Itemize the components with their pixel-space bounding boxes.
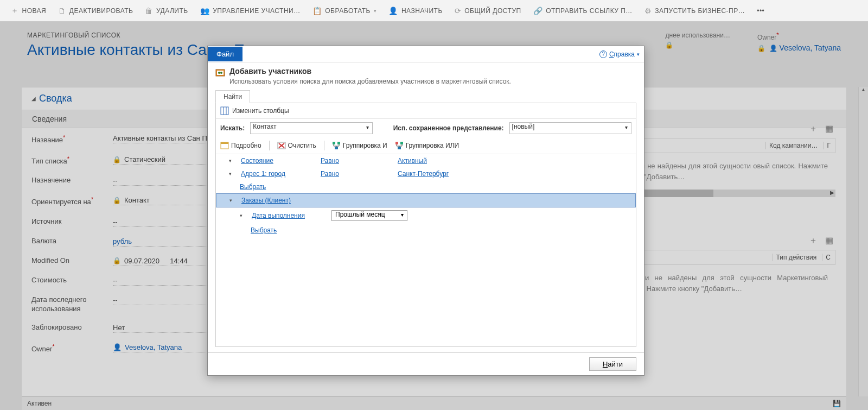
label: ЗАПУСТИТЬ БИЗНЕС-ПР… <box>655 7 745 15</box>
label: НОВАЯ <box>22 7 47 15</box>
share-button[interactable]: ⟳ОБЩИЙ ДОСТУП <box>449 0 527 22</box>
chevron-down-icon[interactable]: ▾ <box>229 158 234 163</box>
help-link[interactable]: ? ССправкаправка ▾ <box>599 51 640 58</box>
chevron-down-icon[interactable]: ▾ <box>240 213 245 218</box>
group-and-icon <box>332 141 341 150</box>
label: ОТПРАВИТЬ ССЫЛКУ П… <box>546 7 633 15</box>
svg-point-2 <box>218 72 220 74</box>
members-icon: 👥 <box>200 7 210 15</box>
tab-find[interactable]: Найти <box>215 90 250 103</box>
add-members-dialog: Файл ? ССправкаправка ▾ Добавить участни… <box>207 46 644 376</box>
assign-icon: 👤 <box>388 7 398 15</box>
dialog-tabs: Найти <box>208 90 644 103</box>
group-and-button[interactable]: Группировка И <box>332 141 387 150</box>
deactivate-button[interactable]: 🗋ДЕАКТИВИРОВАТЬ <box>53 0 138 22</box>
select-link[interactable]: Выбрать <box>251 226 277 234</box>
group-or-icon <box>395 141 404 150</box>
dialog-title: Добавить участников <box>229 67 511 75</box>
help-icon: ? <box>599 51 607 58</box>
clear-button[interactable]: Очистить <box>277 141 316 150</box>
dialog-subtitle: Использовать условия поиска для поиска д… <box>229 78 511 85</box>
filter-field[interactable]: Заказы (Клиент) <box>241 197 291 204</box>
chevron-down-icon: ▾ <box>374 8 377 14</box>
svg-rect-14 <box>335 147 338 149</box>
more-button[interactable]: ••• <box>751 0 770 22</box>
svg-rect-8 <box>221 142 228 144</box>
link-icon: 🔗 <box>533 7 543 15</box>
details-icon <box>220 141 229 150</box>
chevron-down-icon[interactable]: ▾ <box>229 171 234 176</box>
filter-field[interactable]: Дата выполнения <box>252 212 325 219</box>
dialog-footer: Найти Найти <box>208 352 644 375</box>
columns-icon <box>220 106 229 115</box>
chevron-down-icon[interactable]: ▾ <box>229 198 235 203</box>
label: УДАЛИТЬ <box>156 7 188 15</box>
delete-button[interactable]: 🗑УДАЛИТЬ <box>139 0 193 22</box>
change-columns-row[interactable]: Изменить столбцы <box>216 103 636 119</box>
label: ОБРАБОТАТЬ <box>325 7 371 15</box>
search-for-label: Искать: <box>220 124 245 132</box>
clear-icon <box>277 141 286 150</box>
plus-icon: ＋ <box>11 6 19 16</box>
label: Изменить столбцы <box>232 107 289 115</box>
filter-operator[interactable]: Равно <box>321 157 391 165</box>
deactivate-icon: 🗋 <box>58 7 66 15</box>
run-process-button[interactable]: ⚙ЗАПУСТИТЬ БИЗНЕС-ПР… <box>639 0 750 22</box>
filter-value[interactable]: Активный <box>398 157 427 165</box>
gear-icon: ⚙ <box>644 7 652 15</box>
filter-field[interactable]: Адрес 1: город <box>241 170 314 178</box>
assign-button[interactable]: 👤НАЗНАЧИТЬ <box>383 0 448 22</box>
svg-point-3 <box>220 72 222 74</box>
label: ОБЩИЙ ДОСТУП <box>464 7 521 15</box>
filter-list: ▾ Состояние Равно Активный ▾ Адрес 1: го… <box>216 154 636 346</box>
group-or-button[interactable]: Группировка ИЛИ <box>395 141 459 150</box>
filter-row-date[interactable]: ▾ Дата выполнения Прошлый месяц <box>216 207 636 224</box>
trash-icon: 🗑 <box>145 7 153 15</box>
email-link-button[interactable]: 🔗ОТПРАВИТЬ ССЫЛКУ П… <box>528 0 638 22</box>
dialog-header: Добавить участников Использовать условия… <box>208 62 644 90</box>
svg-rect-16 <box>400 142 403 144</box>
find-button[interactable]: Найти <box>589 357 636 371</box>
share-icon: ⟳ <box>455 7 462 15</box>
filter-operator[interactable]: Равно <box>321 170 391 178</box>
filter-row-orders[interactable]: ▾ Заказы (Клиент) <box>216 193 636 207</box>
manage-members-button[interactable]: 👥УПРАВЛЕНИЕ УЧАСТНИ… <box>195 0 306 22</box>
saved-view-select[interactable]: [новый] <box>509 122 631 134</box>
filter-value[interactable]: Санкт-Петербург <box>398 170 449 178</box>
filter-row-city[interactable]: ▾ Адрес 1: город Равно Санкт-Петербург <box>216 167 636 180</box>
file-menu[interactable]: Файл <box>208 47 242 61</box>
filter-select-row-2[interactable]: Выбрать <box>216 224 636 237</box>
filter-row-status[interactable]: ▾ Состояние Равно Активный <box>216 154 636 167</box>
search-params-row: Искать: Контакт Исп. сохраненное предста… <box>216 119 636 137</box>
filter-toolbar: Подробно Очистить Группировка И Группиро… <box>216 137 636 154</box>
details-button[interactable]: Подробно <box>220 141 261 150</box>
saved-view-label: Исп. сохраненное представление: <box>393 124 504 132</box>
search-for-select[interactable]: Контакт <box>250 122 372 134</box>
chevron-down-icon: ▾ <box>637 52 640 57</box>
svg-rect-4 <box>221 107 228 115</box>
page: МАРКЕТИНГОВЫЙ СПИСОК Активные контакты и… <box>0 22 868 410</box>
new-button[interactable]: ＋НОВАЯ <box>5 0 52 22</box>
date-period-select[interactable]: Прошлый месяц <box>331 210 407 221</box>
svg-rect-12 <box>333 142 335 144</box>
label: НАЗНАЧИТЬ <box>401 7 443 15</box>
members-icon <box>215 68 225 78</box>
svg-rect-13 <box>337 142 340 144</box>
command-bar: ＋НОВАЯ 🗋ДЕАКТИВИРОВАТЬ 🗑УДАЛИТЬ 👥УПРАВЛЕ… <box>0 0 868 22</box>
svg-rect-17 <box>398 147 401 149</box>
label: ••• <box>757 7 764 15</box>
filter-field[interactable]: Состояние <box>241 157 314 165</box>
filter-select-row[interactable]: Выбрать <box>216 180 636 193</box>
dialog-topbar: Файл ? ССправкаправка ▾ <box>208 46 644 62</box>
label: УПРАВЛЕНИЕ УЧАСТНИ… <box>213 7 301 15</box>
svg-rect-15 <box>395 142 398 144</box>
label: ДЕАКТИВИРОВАТЬ <box>69 7 133 15</box>
select-link[interactable]: Выбрать <box>240 183 266 191</box>
clipboard-icon: 📋 <box>312 7 322 15</box>
process-button[interactable]: 📋ОБРАБОТАТЬ▾ <box>307 0 382 22</box>
dialog-body: Изменить столбцы Искать: Контакт Исп. со… <box>215 103 636 347</box>
